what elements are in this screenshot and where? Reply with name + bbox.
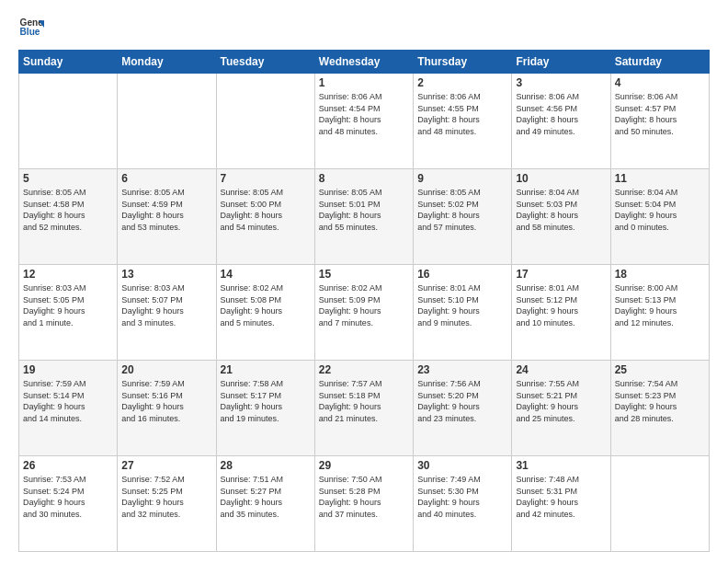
day-number: 13 xyxy=(121,268,211,281)
calendar-cell: 6Sunrise: 8:05 AM Sunset: 4:59 PM Daylig… xyxy=(118,169,216,265)
calendar-cell: 8Sunrise: 8:05 AM Sunset: 5:01 PM Daylig… xyxy=(314,169,413,265)
calendar-cell xyxy=(19,74,118,169)
day-info: Sunrise: 7:56 AM Sunset: 5:20 PM Dayligh… xyxy=(417,378,507,424)
day-info: Sunrise: 8:05 AM Sunset: 4:59 PM Dayligh… xyxy=(121,187,211,233)
calendar-cell: 7Sunrise: 8:05 AM Sunset: 5:00 PM Daylig… xyxy=(216,169,314,265)
day-info: Sunrise: 7:54 AM Sunset: 5:23 PM Dayligh… xyxy=(615,378,705,424)
calendar-cell: 23Sunrise: 7:56 AM Sunset: 5:20 PM Dayli… xyxy=(414,361,512,456)
day-number: 11 xyxy=(615,172,705,185)
day-number: 27 xyxy=(121,459,211,472)
calendar-cell: 2Sunrise: 8:06 AM Sunset: 4:55 PM Daylig… xyxy=(414,74,512,169)
day-info: Sunrise: 7:57 AM Sunset: 5:18 PM Dayligh… xyxy=(319,378,409,424)
calendar-cell xyxy=(216,74,314,169)
day-info: Sunrise: 8:01 AM Sunset: 5:12 PM Dayligh… xyxy=(516,282,606,328)
calendar-cell: 24Sunrise: 7:55 AM Sunset: 5:21 PM Dayli… xyxy=(512,361,610,456)
day-number: 6 xyxy=(121,172,211,185)
day-info: Sunrise: 8:03 AM Sunset: 5:05 PM Dayligh… xyxy=(23,282,113,328)
day-number: 12 xyxy=(23,268,113,281)
day-info: Sunrise: 7:53 AM Sunset: 5:24 PM Dayligh… xyxy=(23,474,113,520)
calendar-cell: 13Sunrise: 8:03 AM Sunset: 5:07 PM Dayli… xyxy=(118,265,216,361)
logo: General Blue xyxy=(18,15,44,40)
day-number: 5 xyxy=(23,172,113,185)
day-number: 7 xyxy=(221,172,311,185)
calendar-cell: 21Sunrise: 7:58 AM Sunset: 5:17 PM Dayli… xyxy=(216,361,314,456)
day-info: Sunrise: 8:06 AM Sunset: 4:54 PM Dayligh… xyxy=(319,91,409,137)
day-info: Sunrise: 7:51 AM Sunset: 5:27 PM Dayligh… xyxy=(221,474,311,520)
weekday-header-tuesday: Tuesday xyxy=(216,51,314,74)
day-number: 21 xyxy=(221,363,311,376)
day-info: Sunrise: 7:55 AM Sunset: 5:21 PM Dayligh… xyxy=(516,378,606,424)
day-info: Sunrise: 7:59 AM Sunset: 5:16 PM Dayligh… xyxy=(121,378,211,424)
day-info: Sunrise: 8:06 AM Sunset: 4:55 PM Dayligh… xyxy=(417,91,507,137)
weekday-header-saturday: Saturday xyxy=(610,51,709,74)
calendar-cell: 4Sunrise: 8:06 AM Sunset: 4:57 PM Daylig… xyxy=(610,74,709,169)
weekday-header-sunday: Sunday xyxy=(19,51,118,74)
day-info: Sunrise: 7:50 AM Sunset: 5:28 PM Dayligh… xyxy=(319,474,409,520)
day-number: 14 xyxy=(221,268,311,281)
day-number: 17 xyxy=(516,268,606,281)
calendar-cell xyxy=(610,456,709,552)
day-info: Sunrise: 8:05 AM Sunset: 5:02 PM Dayligh… xyxy=(417,187,507,233)
calendar-cell: 5Sunrise: 8:05 AM Sunset: 4:58 PM Daylig… xyxy=(19,169,118,265)
logo-icon: General Blue xyxy=(18,15,44,40)
day-number: 20 xyxy=(121,363,211,376)
day-number: 16 xyxy=(417,268,507,281)
calendar-cell: 20Sunrise: 7:59 AM Sunset: 5:16 PM Dayli… xyxy=(118,361,216,456)
weekday-header-wednesday: Wednesday xyxy=(314,51,413,74)
calendar-cell: 22Sunrise: 7:57 AM Sunset: 5:18 PM Dayli… xyxy=(314,361,413,456)
calendar-cell: 18Sunrise: 8:00 AM Sunset: 5:13 PM Dayli… xyxy=(610,265,709,361)
weekday-header-friday: Friday xyxy=(512,51,610,74)
day-number: 15 xyxy=(319,268,409,281)
calendar-cell: 3Sunrise: 8:06 AM Sunset: 4:56 PM Daylig… xyxy=(512,74,610,169)
header: General Blue xyxy=(18,15,710,40)
calendar-cell: 26Sunrise: 7:53 AM Sunset: 5:24 PM Dayli… xyxy=(19,456,118,552)
day-number: 18 xyxy=(615,268,705,281)
day-number: 28 xyxy=(221,459,311,472)
day-info: Sunrise: 7:59 AM Sunset: 5:14 PM Dayligh… xyxy=(23,378,113,424)
day-info: Sunrise: 8:05 AM Sunset: 4:58 PM Dayligh… xyxy=(23,187,113,233)
day-info: Sunrise: 8:05 AM Sunset: 5:00 PM Dayligh… xyxy=(221,187,311,233)
calendar-cell: 29Sunrise: 7:50 AM Sunset: 5:28 PM Dayli… xyxy=(314,456,413,552)
day-info: Sunrise: 7:49 AM Sunset: 5:30 PM Dayligh… xyxy=(417,474,507,520)
day-number: 1 xyxy=(319,76,409,89)
calendar-cell: 12Sunrise: 8:03 AM Sunset: 5:05 PM Dayli… xyxy=(19,265,118,361)
day-info: Sunrise: 8:06 AM Sunset: 4:57 PM Dayligh… xyxy=(615,91,705,137)
day-info: Sunrise: 7:52 AM Sunset: 5:25 PM Dayligh… xyxy=(121,474,211,520)
day-number: 9 xyxy=(417,172,507,185)
day-info: Sunrise: 8:04 AM Sunset: 5:03 PM Dayligh… xyxy=(516,187,606,233)
day-info: Sunrise: 7:58 AM Sunset: 5:17 PM Dayligh… xyxy=(221,378,311,424)
calendar-cell: 11Sunrise: 8:04 AM Sunset: 5:04 PM Dayli… xyxy=(610,169,709,265)
day-info: Sunrise: 7:48 AM Sunset: 5:31 PM Dayligh… xyxy=(516,474,606,520)
calendar-cell: 16Sunrise: 8:01 AM Sunset: 5:10 PM Dayli… xyxy=(414,265,512,361)
day-info: Sunrise: 8:02 AM Sunset: 5:09 PM Dayligh… xyxy=(319,282,409,328)
day-info: Sunrise: 8:03 AM Sunset: 5:07 PM Dayligh… xyxy=(121,282,211,328)
day-number: 30 xyxy=(417,459,507,472)
day-number: 26 xyxy=(23,459,113,472)
day-number: 31 xyxy=(516,459,606,472)
calendar-cell: 10Sunrise: 8:04 AM Sunset: 5:03 PM Dayli… xyxy=(512,169,610,265)
day-number: 3 xyxy=(516,76,606,89)
day-number: 19 xyxy=(23,363,113,376)
day-info: Sunrise: 8:01 AM Sunset: 5:10 PM Dayligh… xyxy=(417,282,507,328)
day-info: Sunrise: 8:06 AM Sunset: 4:56 PM Dayligh… xyxy=(516,91,606,137)
weekday-header-thursday: Thursday xyxy=(414,51,512,74)
day-info: Sunrise: 8:00 AM Sunset: 5:13 PM Dayligh… xyxy=(615,282,705,328)
day-number: 23 xyxy=(417,363,507,376)
day-info: Sunrise: 8:05 AM Sunset: 5:01 PM Dayligh… xyxy=(319,187,409,233)
calendar-cell: 28Sunrise: 7:51 AM Sunset: 5:27 PM Dayli… xyxy=(216,456,314,552)
day-number: 25 xyxy=(615,363,705,376)
svg-text:Blue: Blue xyxy=(20,27,40,37)
calendar-cell: 27Sunrise: 7:52 AM Sunset: 5:25 PM Dayli… xyxy=(118,456,216,552)
calendar-cell: 15Sunrise: 8:02 AM Sunset: 5:09 PM Dayli… xyxy=(314,265,413,361)
calendar-cell: 17Sunrise: 8:01 AM Sunset: 5:12 PM Dayli… xyxy=(512,265,610,361)
day-number: 8 xyxy=(319,172,409,185)
day-number: 4 xyxy=(615,76,705,89)
calendar: SundayMondayTuesdayWednesdayThursdayFrid… xyxy=(18,50,710,552)
day-number: 29 xyxy=(319,459,409,472)
day-number: 2 xyxy=(417,76,507,89)
calendar-cell: 14Sunrise: 8:02 AM Sunset: 5:08 PM Dayli… xyxy=(216,265,314,361)
calendar-cell: 9Sunrise: 8:05 AM Sunset: 5:02 PM Daylig… xyxy=(414,169,512,265)
weekday-header-monday: Monday xyxy=(118,51,216,74)
day-info: Sunrise: 8:04 AM Sunset: 5:04 PM Dayligh… xyxy=(615,187,705,233)
day-number: 24 xyxy=(516,363,606,376)
